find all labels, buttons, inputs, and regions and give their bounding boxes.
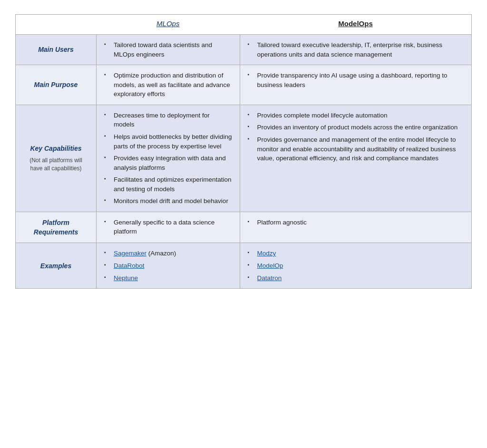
bullet-icon: ▪ bbox=[248, 218, 254, 225]
link-mlops-examples-1[interactable]: DataRobot bbox=[114, 262, 145, 269]
list-item: ▪Provides complete model lifecycle autom… bbox=[248, 111, 464, 120]
modelops-cell-examples: ▪Modzy▪ModelOp▪Datatron bbox=[240, 243, 471, 289]
list-item: ▪Helps avoid bottlenecks by better divid… bbox=[104, 132, 232, 151]
list-item: ▪Sagemaker (Amazon) bbox=[104, 249, 232, 258]
bullet-icon: ▪ bbox=[104, 274, 111, 281]
list-item: ▪Provides easy integration with data and… bbox=[104, 154, 232, 172]
list-item: ▪Provides an inventory of product models… bbox=[248, 123, 464, 132]
modelops-cell-key-capabilities: ▪Provides complete model lifecycle autom… bbox=[240, 105, 471, 212]
header-mlops: MLOps bbox=[97, 15, 240, 35]
list-item: ▪Modzy bbox=[248, 249, 464, 258]
list-item: ▪DataRobot bbox=[104, 261, 232, 271]
bullet-icon: ▪ bbox=[104, 133, 111, 140]
bullet-icon: ▪ bbox=[248, 41, 254, 48]
link-modelops-examples-1[interactable]: ModelOp bbox=[257, 262, 283, 269]
list-item: ▪Tailored toward data scientists and MLO… bbox=[104, 40, 232, 59]
list-item: ▪Neptune bbox=[104, 273, 232, 283]
list-item: ▪Datatron bbox=[248, 273, 464, 283]
bullet-icon: ▪ bbox=[248, 274, 254, 281]
link-mlops-examples-2[interactable]: Neptune bbox=[114, 274, 138, 282]
list-item: ▪Facilitates and optimizes experimentati… bbox=[104, 175, 232, 194]
header-empty bbox=[16, 15, 97, 35]
mlops-cell-main-users: ▪Tailored toward data scientists and MLO… bbox=[97, 35, 240, 65]
modelops-cell-main-purpose: ▪Provide transparency into AI usage usin… bbox=[240, 65, 471, 105]
label-main-users: Main Users bbox=[16, 35, 97, 65]
row-main-purpose: Main Purpose▪Optimize production and dis… bbox=[16, 65, 472, 105]
mlops-cell-main-purpose: ▪Optimize production and distribution of… bbox=[97, 65, 240, 105]
bullet-icon: ▪ bbox=[104, 41, 111, 48]
bullet-icon: ▪ bbox=[104, 175, 111, 183]
list-item: ▪Decreases time to deployment for models bbox=[104, 111, 232, 129]
mlops-cell-examples: ▪Sagemaker (Amazon)▪DataRobot▪Neptune bbox=[97, 243, 240, 289]
label-main-purpose: Main Purpose bbox=[16, 65, 97, 105]
label-key-capabilities: Key Capabilities(Not all platforms will … bbox=[16, 105, 97, 212]
list-item: ▪Platform agnostic bbox=[248, 218, 464, 227]
bullet-icon: ▪ bbox=[104, 71, 111, 78]
list-item: ▪Monitors model drift and model behavior bbox=[104, 196, 232, 206]
list-item: ▪Tailored toward executive leadership, I… bbox=[248, 40, 464, 59]
bullet-icon: ▪ bbox=[104, 218, 111, 225]
mlops-cell-key-capabilities: ▪Decreases time to deployment for models… bbox=[97, 105, 240, 212]
bullet-icon: ▪ bbox=[248, 136, 254, 143]
label-note-key-capabilities: (Not all platforms will have all capabil… bbox=[23, 156, 88, 173]
list-item: ▪Optimize production and distribution of… bbox=[104, 71, 232, 99]
mlops-cell-platform-requirements: ▪Generally specific to a data science pl… bbox=[97, 212, 240, 243]
label-examples: Examples bbox=[16, 243, 97, 289]
modelops-cell-main-users: ▪Tailored toward executive leadership, I… bbox=[240, 35, 471, 65]
row-main-users: Main Users▪Tailored toward data scientis… bbox=[16, 35, 472, 65]
bullet-icon: ▪ bbox=[248, 262, 254, 269]
link-modelops-examples-2[interactable]: Datatron bbox=[257, 274, 282, 282]
label-platform-requirements: Platform Requirements bbox=[16, 212, 97, 243]
modelops-cell-platform-requirements: ▪Platform agnostic bbox=[240, 212, 471, 243]
list-item: ▪Provides governance and management of t… bbox=[248, 135, 464, 163]
list-item: ▪ModelOp bbox=[248, 261, 464, 271]
row-platform-requirements: Platform Requirements▪Generally specific… bbox=[16, 212, 472, 243]
bullet-icon: ▪ bbox=[104, 111, 111, 118]
bullet-icon: ▪ bbox=[104, 262, 111, 269]
bullet-icon: ▪ bbox=[248, 249, 254, 256]
header-modelops: ModelOps bbox=[240, 15, 471, 35]
bullet-icon: ▪ bbox=[104, 154, 111, 161]
row-examples: Examples▪Sagemaker (Amazon)▪DataRobot▪Ne… bbox=[16, 243, 472, 289]
row-key-capabilities: Key Capabilities(Not all platforms will … bbox=[16, 105, 472, 212]
link-modelops-examples-0[interactable]: Modzy bbox=[257, 250, 276, 257]
bullet-icon: ▪ bbox=[248, 123, 254, 130]
bullet-icon: ▪ bbox=[248, 111, 254, 118]
comparison-table: MLOps ModelOps Main Users▪Tailored towar… bbox=[15, 14, 472, 289]
bullet-icon: ▪ bbox=[248, 71, 254, 78]
list-item: ▪Provide transparency into AI usage usin… bbox=[248, 71, 464, 89]
link-mlops-examples-0[interactable]: Sagemaker bbox=[114, 250, 146, 257]
bullet-icon: ▪ bbox=[104, 197, 111, 204]
bullet-icon: ▪ bbox=[104, 249, 111, 256]
list-item: ▪Generally specific to a data science pl… bbox=[104, 218, 232, 236]
